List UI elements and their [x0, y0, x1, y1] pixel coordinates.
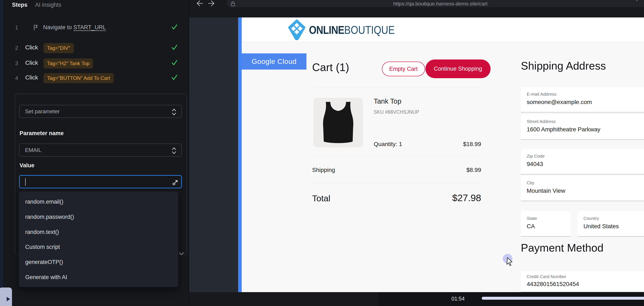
- product-quantity: Quantity: 1: [374, 141, 402, 148]
- payment-method-title: Payment Method: [521, 242, 604, 254]
- step-row-4[interactable]: 4 Click Tag="BUTTON" Add To Cart: [12, 73, 184, 83]
- check-icon: [171, 74, 178, 81]
- locator-badge: Tag="H2" Tank Top: [44, 58, 93, 68]
- parameter-name-select[interactable]: EMAIL: [19, 144, 182, 156]
- country-field[interactable]: Country United States: [578, 211, 644, 237]
- step-row-2[interactable]: 2 Click Tag="DIV": [12, 43, 184, 53]
- flag-icon: [32, 24, 39, 31]
- suggestion-generate-with-ai[interactable]: Generate with AI: [25, 274, 67, 282]
- divider: [312, 183, 481, 183]
- suggestion-random-password[interactable]: random.password(): [25, 214, 74, 222]
- step-label: Navigate to START_URL: [43, 24, 106, 31]
- chevron-updown-icon: [171, 108, 177, 116]
- action-select[interactable]: Set parameter: [19, 105, 182, 118]
- browser-viewport: ONLINEBOUTIQUE $ USD Google Cloud Cart (…: [189, 18, 644, 292]
- state-field[interactable]: State CA: [521, 211, 571, 237]
- step-label: Click: [25, 60, 38, 66]
- value-suggestions-dropdown: random.email() random.password() random.…: [19, 192, 178, 287]
- value-input[interactable]: [19, 175, 182, 188]
- chevron-down-icon[interactable]: [179, 252, 184, 256]
- mouse-cursor: [503, 254, 522, 273]
- suggestion-random-text[interactable]: random.text(): [25, 229, 59, 237]
- check-icon: [171, 24, 178, 30]
- check-icon: [171, 59, 178, 66]
- product-name[interactable]: Tank Top: [374, 97, 401, 105]
- cart-title: Cart (1): [312, 61, 349, 74]
- blue-accent-strip: [238, 18, 242, 292]
- empty-cart-button[interactable]: Empty Cart: [382, 62, 425, 76]
- step-number: 3: [15, 60, 18, 66]
- product-price: $18.99: [439, 141, 481, 148]
- chevron-updown-icon: [171, 147, 177, 154]
- browser-panel: https://qa.boutique.harness-demo.site/ca…: [189, 0, 644, 306]
- back-icon[interactable]: [195, 0, 204, 8]
- divider: [312, 156, 481, 156]
- logo-wordmark: ONLINEBOUTIQUE: [309, 23, 395, 36]
- email-field[interactable]: E-mail Address someone@example.com: [521, 87, 644, 112]
- total-label: Total: [312, 194, 330, 204]
- app-root: Steps AI insights 1 Navigate to START_UR…: [0, 0, 644, 306]
- locator-badge: Tag="BUTTON" Add To Cart: [44, 73, 114, 83]
- recorder-panel: Steps AI insights 1 Navigate to START_UR…: [3, 0, 188, 306]
- product-sku: SKU #66VCHSJNUP: [374, 109, 419, 115]
- city-field[interactable]: City Mountain View: [521, 176, 644, 201]
- step-number: 1: [15, 24, 18, 31]
- text-caret: [25, 178, 26, 186]
- shipping-label: Shipping: [312, 167, 335, 174]
- lock-icon: [230, 1, 236, 7]
- check-icon: [171, 44, 178, 51]
- value-label: Value: [20, 162, 34, 169]
- play-button[interactable]: [0, 288, 12, 306]
- zip-code-field[interactable]: Zip Code 94043: [521, 149, 644, 174]
- tab-steps[interactable]: Steps: [12, 2, 28, 8]
- video-progress-bar[interactable]: [482, 297, 644, 300]
- parameter-name-label: Parameter name: [20, 130, 64, 136]
- online-boutique-page: ONLINEBOUTIQUE $ USD Google Cloud Cart (…: [242, 18, 644, 292]
- site-header: ONLINEBOUTIQUE $ USD: [242, 18, 644, 42]
- step-label: Click: [25, 44, 38, 51]
- video-control-bar: 01:54: [378, 292, 644, 306]
- step-row-1[interactable]: 1 Navigate to START_URL: [12, 23, 184, 33]
- suggestion-custom-script[interactable]: Custom script: [25, 244, 60, 252]
- tank-top-illustration: [314, 98, 363, 147]
- continue-shopping-button[interactable]: Continue Shopping: [426, 60, 490, 78]
- suggestion-random-email[interactable]: random.email(): [25, 198, 64, 207]
- expand-icon[interactable]: [172, 180, 178, 186]
- step-label: Click: [25, 74, 38, 81]
- street-address-field[interactable]: Street Address 1600 Amphitheatre Parkway: [521, 114, 644, 140]
- total-value: $27.98: [418, 192, 481, 204]
- left-edge-strip: [0, 0, 3, 306]
- play-icon: [6, 296, 11, 302]
- google-cloud-ribbon: Google Cloud: [242, 54, 306, 70]
- diamond-logo-icon: [288, 20, 306, 40]
- locator-badge: Tag="DIV": [44, 43, 74, 53]
- url-text: https://qa.boutique.harness-demo.site/ca…: [227, 1, 644, 7]
- video-timestamp: 01:54: [452, 296, 465, 302]
- step-row-3[interactable]: 3 Click Tag="H2" Tank Top: [12, 58, 184, 68]
- step-number: 4: [15, 75, 18, 81]
- tab-ai-insights[interactable]: AI insights: [35, 2, 61, 8]
- start-url-link[interactable]: START_URL: [73, 24, 106, 30]
- step-number: 2: [15, 45, 18, 51]
- suggestion-generate-otp[interactable]: generateOTP(): [25, 259, 63, 267]
- online-boutique-logo[interactable]: ONLINEBOUTIQUE: [288, 20, 395, 40]
- url-bar[interactable]: https://qa.boutique.harness-demo.site/ca…: [227, 0, 644, 7]
- forward-icon[interactable]: [207, 0, 216, 8]
- shipping-address-title: Shipping Address: [521, 60, 606, 72]
- shipping-value: $8.99: [439, 167, 481, 174]
- product-image: [314, 98, 363, 147]
- credit-card-number-field[interactable]: Credit Card Number 4432801561520454: [521, 271, 644, 292]
- divider: [312, 88, 481, 88]
- viewport-margin: [189, 18, 238, 292]
